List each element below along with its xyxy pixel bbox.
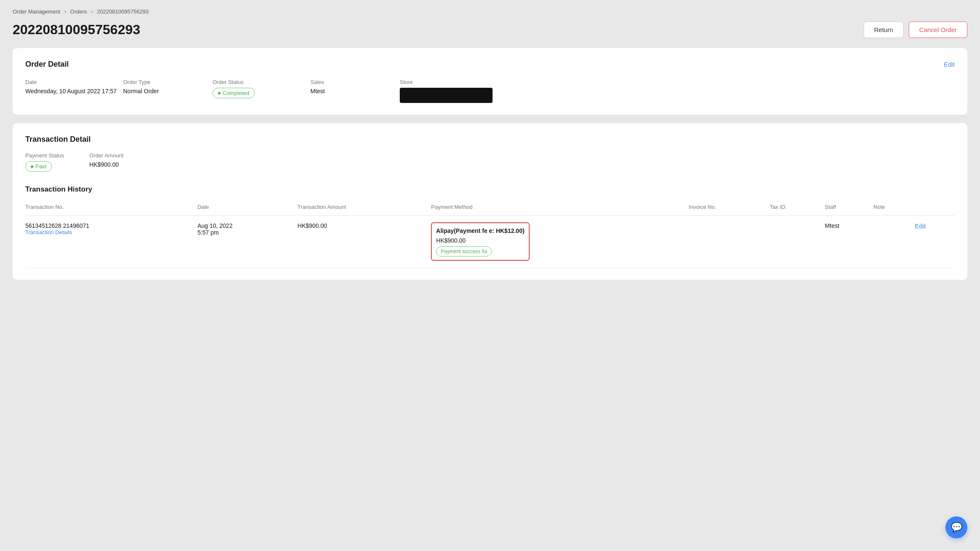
- payment-method-cell: Alipay(Payment fe e: HK$12.00) HK$900.00…: [431, 222, 529, 261]
- transaction-details-link[interactable]: Transaction Details: [25, 229, 192, 235]
- order-detail-card: Order Detail Edit Date Wednesday, 10 Aug…: [13, 48, 967, 115]
- breadcrumb-item-order-id: 20220810095756293: [97, 8, 149, 15]
- chat-icon: 💬: [951, 522, 962, 533]
- order-amount-label: Order Amount: [89, 152, 124, 159]
- cancel-order-button[interactable]: Cancel Order: [909, 22, 967, 38]
- breadcrumb-sep1: >: [64, 8, 67, 15]
- breadcrumb-sep2: >: [90, 8, 94, 15]
- table-header-row: Transaction No. Date Transaction Amount …: [25, 200, 955, 216]
- order-status-value: Completed: [223, 90, 249, 96]
- store-label: Store: [400, 79, 955, 85]
- chat-fab[interactable]: 💬: [945, 516, 967, 538]
- table-row: 56134512628 21496071 Transaction Details…: [25, 216, 955, 268]
- store-field: Store: [400, 79, 955, 103]
- order-status-field: Order Status Completed: [213, 79, 305, 103]
- breadcrumb: Order Management > Orders > 202208100957…: [13, 8, 967, 15]
- payment-status-badge: Paid: [25, 161, 52, 172]
- store-value-redacted: [400, 88, 493, 103]
- breadcrumb-item-order-management[interactable]: Order Management: [13, 8, 60, 15]
- sales-label: Sales: [310, 79, 395, 85]
- order-detail-title: Order Detail: [25, 60, 69, 69]
- status-dot: [218, 92, 221, 95]
- date-field: Date Wednesday, 10 August 2022 17:57: [25, 79, 118, 103]
- td-tax-id: [770, 216, 825, 268]
- paid-dot: [31, 165, 33, 168]
- th-staff: Staff: [825, 200, 873, 216]
- th-invoice-no: Invoice No.: [689, 200, 770, 216]
- row-edit-link[interactable]: Edit: [915, 222, 926, 230]
- page-title: 20220810095756293: [13, 22, 140, 38]
- transaction-no-value: 56134512628 21496071: [25, 222, 192, 229]
- td-amount: HK$900.00: [298, 216, 431, 268]
- order-amount-value: HK$900.00: [89, 161, 124, 168]
- th-tax-id: Tax ID.: [770, 200, 825, 216]
- date-label: Date: [25, 79, 118, 85]
- td-note: [873, 216, 915, 268]
- th-amount: Transaction Amount: [298, 200, 431, 216]
- transaction-history-table: Transaction No. Date Transaction Amount …: [25, 200, 955, 268]
- transaction-meta: Payment Status Paid Order Amount HK$900.…: [25, 152, 955, 172]
- transaction-section-title: Transaction Detail: [25, 135, 955, 144]
- th-transaction-no: Transaction No.: [25, 200, 197, 216]
- transaction-detail-card: Transaction Detail Payment Status Paid O…: [13, 123, 967, 280]
- date-value: Wednesday, 10 August 2022 17:57: [25, 88, 118, 95]
- th-date: Date: [197, 200, 297, 216]
- th-action: [915, 200, 955, 216]
- th-payment-method: Payment Method: [431, 200, 689, 216]
- return-button[interactable]: Return: [864, 22, 904, 38]
- td-invoice-no: [689, 216, 770, 268]
- th-note: Note: [873, 200, 915, 216]
- order-status-badge: Completed: [213, 88, 255, 98]
- order-detail-grid: Date Wednesday, 10 August 2022 17:57 Ord…: [25, 79, 955, 103]
- order-detail-edit-link[interactable]: Edit: [944, 61, 955, 68]
- order-status-label: Order Status: [213, 79, 305, 85]
- td-payment-method: Alipay(Payment fe e: HK$12.00) HK$900.00…: [431, 216, 689, 268]
- payment-status-value: Paid: [35, 163, 46, 170]
- transaction-history-title: Transaction History: [25, 185, 955, 194]
- payment-status-label: Payment Status: [25, 152, 64, 159]
- td-transaction-no: 56134512628 21496071 Transaction Details: [25, 216, 197, 268]
- sales-field: Sales Mtest: [310, 79, 395, 103]
- breadcrumb-item-orders[interactable]: Orders: [70, 8, 87, 15]
- page-header: 20220810095756293 Return Cancel Order: [13, 22, 967, 38]
- td-staff: Mtest: [825, 216, 873, 268]
- row-time: 5:57 pm: [197, 229, 292, 236]
- td-date: Aug 10, 2022 5:57 pm: [197, 216, 297, 268]
- td-row-edit[interactable]: Edit: [915, 216, 955, 268]
- payment-method-name: Alipay(Payment fe e: HK$12.00): [436, 227, 524, 235]
- order-type-label: Order Type: [123, 79, 207, 85]
- order-detail-header: Order Detail Edit: [25, 60, 955, 69]
- payment-status-field: Payment Status Paid: [25, 152, 64, 172]
- order-type-value: Normal Order: [123, 88, 207, 95]
- order-amount-field: Order Amount HK$900.00: [89, 152, 124, 172]
- payment-success-badge: Payment success ful: [436, 246, 492, 257]
- header-actions: Return Cancel Order: [864, 22, 967, 38]
- row-date: Aug 10, 2022: [197, 222, 292, 229]
- payment-method-amount: HK$900.00: [436, 237, 524, 244]
- sales-value: Mtest: [310, 88, 395, 95]
- order-type-field: Order Type Normal Order: [123, 79, 207, 103]
